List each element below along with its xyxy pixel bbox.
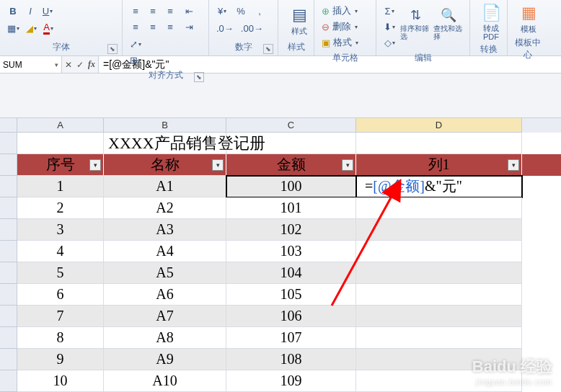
cell-col1[interactable] <box>356 327 522 349</box>
fill-button[interactable]: ⬇▾ <box>381 19 398 35</box>
cell-col1[interactable] <box>356 262 522 284</box>
align-middle-button[interactable]: ≡ <box>144 3 162 19</box>
row-header[interactable] <box>0 284 17 306</box>
cell-serial[interactable]: 4 <box>17 241 104 262</box>
row-header[interactable] <box>0 370 17 392</box>
cell-name[interactable]: A4 <box>104 241 226 262</box>
cell-amount[interactable]: 102 <box>226 219 356 241</box>
italic-button[interactable]: I <box>22 3 39 19</box>
template-button[interactable]: ▦模板 <box>512 3 545 35</box>
indent-decrease-button[interactable]: ⇤ <box>180 3 198 19</box>
cell-col1[interactable] <box>356 197 522 219</box>
sheet-title-cell[interactable]: XXXX产品销售登记册 <box>104 133 226 154</box>
convert-pdf-button[interactable]: 📄转成 PDF <box>474 3 508 42</box>
cell-col1[interactable] <box>356 219 522 241</box>
cell-amount[interactable]: 104 <box>226 262 356 284</box>
align-bottom-button[interactable]: ≡ <box>162 3 179 19</box>
align-left-button[interactable]: ≡ <box>127 19 144 35</box>
cell-col1[interactable] <box>356 284 522 306</box>
font-dialog-launcher[interactable]: ⬊ <box>107 44 118 54</box>
font-color-button[interactable]: A▾ <box>40 20 57 36</box>
bold-button[interactable]: B <box>4 3 22 19</box>
cell-serial[interactable]: 10 <box>17 370 104 392</box>
cell-amount[interactable]: 100 <box>226 176 356 197</box>
cell-amount[interactable]: 103 <box>226 241 356 262</box>
cell-name[interactable]: A8 <box>104 327 226 349</box>
header-cell-col1[interactable]: 列1 <box>356 154 522 176</box>
column-header-A[interactable]: A <box>17 118 104 133</box>
filter-button[interactable] <box>89 159 101 171</box>
merge-button[interactable]: ⊞▾ <box>127 52 144 68</box>
cell-amount[interactable]: 106 <box>226 306 356 327</box>
fx-button[interactable]: fx <box>88 59 95 70</box>
cell-serial[interactable]: 9 <box>17 349 104 370</box>
percent-button[interactable]: % <box>232 3 249 19</box>
select-all-corner[interactable] <box>0 118 17 133</box>
border-button[interactable]: ▦▾ <box>4 20 22 36</box>
row-header[interactable] <box>0 349 17 370</box>
orientation-button[interactable]: ⤢▾ <box>127 36 144 52</box>
row-header[interactable] <box>0 133 17 154</box>
cell-amount[interactable]: 105 <box>226 284 356 306</box>
row-header[interactable] <box>0 197 17 219</box>
align-right-button[interactable]: ≡ <box>162 19 179 35</box>
column-header-C[interactable]: C <box>226 118 356 133</box>
styles-button[interactable]: ▤样式 <box>283 3 316 40</box>
cell[interactable] <box>17 133 104 154</box>
column-header-B[interactable]: B <box>104 118 226 133</box>
column-header-D[interactable]: D <box>356 118 522 133</box>
find-select-button[interactable]: 🔍查找和选择 <box>433 3 464 45</box>
align-center-button[interactable]: ≡ <box>144 19 162 35</box>
cell-amount[interactable]: 107 <box>226 327 356 349</box>
formula-cancel-button[interactable]: ✕ <box>65 60 72 70</box>
number-dialog-launcher[interactable]: ⬊ <box>263 44 273 54</box>
row-header[interactable] <box>0 154 17 176</box>
cell-name[interactable]: A5 <box>104 262 226 284</box>
insert-button[interactable]: ⊕插入▾ <box>319 3 374 19</box>
row-header[interactable] <box>0 241 17 262</box>
cell-name[interactable]: A6 <box>104 284 226 306</box>
cell-name[interactable]: A1 <box>104 176 226 197</box>
cell-serial[interactable]: 8 <box>17 327 104 349</box>
header-cell-name[interactable]: 名称 <box>104 154 226 176</box>
filter-button[interactable] <box>342 159 353 171</box>
currency-button[interactable]: ¥▾ <box>213 3 231 19</box>
cell[interactable] <box>226 133 356 154</box>
cell-amount[interactable]: 109 <box>226 370 356 392</box>
row-header[interactable] <box>0 306 17 327</box>
header-cell-serial[interactable]: 序号 <box>17 154 104 176</box>
cell-col1[interactable]: =[@金额]&"元" <box>356 176 522 197</box>
sort-filter-button[interactable]: ⇅排序和筛选 <box>399 3 431 45</box>
cell-amount[interactable]: 101 <box>226 197 356 219</box>
cell-serial[interactable]: 6 <box>17 284 104 306</box>
decrease-decimal-button[interactable]: .00→ <box>238 20 266 36</box>
cell-serial[interactable]: 5 <box>17 262 104 284</box>
cell-name[interactable]: A3 <box>104 219 226 241</box>
increase-decimal-button[interactable]: .0→ <box>213 20 237 36</box>
cell-serial[interactable]: 1 <box>17 176 104 197</box>
format-button[interactable]: ▣格式▾ <box>319 35 374 50</box>
align-dialog-launcher[interactable]: ⬊ <box>194 72 204 82</box>
fill-color-button[interactable]: ◢▾ <box>22 20 40 36</box>
header-cell-amount[interactable]: 金额 <box>226 154 356 176</box>
cell-name[interactable]: A7 <box>104 306 226 327</box>
name-box[interactable]: SUM▾ <box>0 56 62 73</box>
clear-button[interactable]: ◇▾ <box>381 35 398 50</box>
comma-button[interactable]: , <box>251 3 268 19</box>
cell-name[interactable]: A9 <box>104 349 226 370</box>
cell-name[interactable]: A10 <box>104 370 226 392</box>
cell-col1[interactable] <box>356 241 522 262</box>
row-header[interactable] <box>0 176 17 197</box>
cell-serial[interactable]: 2 <box>17 197 104 219</box>
cell-col1[interactable] <box>356 306 522 327</box>
indent-increase-button[interactable]: ⇥ <box>180 19 198 35</box>
cell-name[interactable]: A2 <box>104 197 226 219</box>
filter-button[interactable] <box>508 159 519 171</box>
cell[interactable] <box>356 133 522 154</box>
formula-enter-button[interactable]: ✓ <box>76 60 84 70</box>
align-top-button[interactable]: ≡ <box>127 3 144 19</box>
delete-button[interactable]: ⊖删除▾ <box>319 19 374 35</box>
cell-amount[interactable]: 108 <box>226 349 356 370</box>
row-header[interactable] <box>0 219 17 241</box>
filter-button[interactable] <box>212 159 224 171</box>
